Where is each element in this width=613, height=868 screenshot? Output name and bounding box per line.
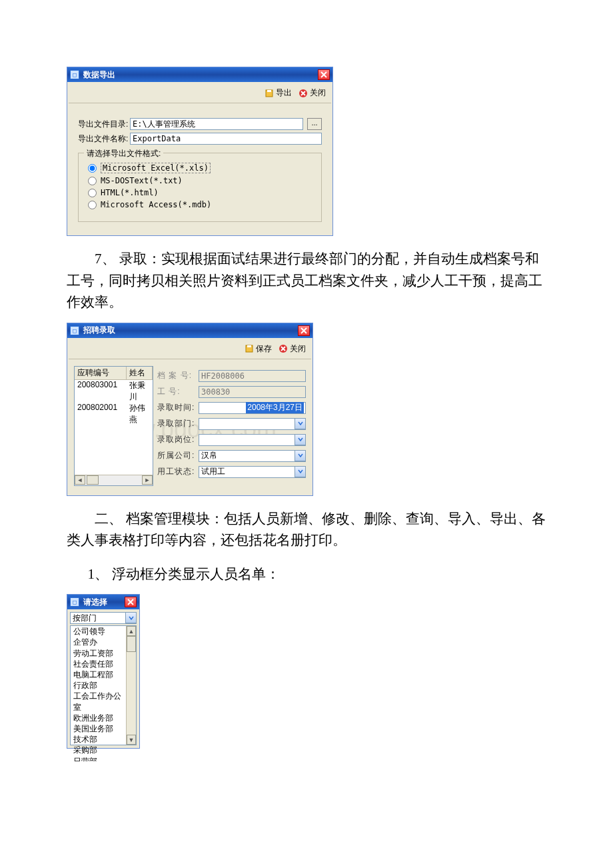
- company-label: 所属公司:: [157, 450, 199, 461]
- recruit-form: 档 案 号: 工 号: 录取时间: 2008年3月27日 录取部门:: [157, 366, 306, 486]
- list-item[interactable]: 企管办: [73, 637, 123, 647]
- browse-button[interactable]: ...: [307, 118, 322, 130]
- select-titlebar: □ 请选择: [67, 595, 139, 609]
- list-item[interactable]: 劳动工资部: [73, 648, 123, 659]
- chevron-down-icon[interactable]: [125, 613, 136, 623]
- scroll-right-icon[interactable]: ►: [142, 475, 153, 485]
- window-icon: □: [70, 597, 79, 607]
- recruit-title: 招聘录取: [83, 325, 298, 336]
- close-button-label: 关闭: [310, 87, 326, 99]
- emp-no-input: [199, 386, 306, 398]
- cell-id: 200802001: [75, 403, 127, 425]
- export-button[interactable]: 导出: [265, 87, 292, 99]
- recruit-titlebar: □ 招聘录取: [67, 323, 312, 338]
- chevron-down-icon[interactable]: [295, 467, 305, 477]
- stop-icon: [279, 344, 288, 353]
- hire-time-input[interactable]: 2008年3月27日: [199, 402, 306, 414]
- list-item[interactable]: 电脑工程部: [73, 669, 123, 680]
- file-no-input: [199, 370, 306, 382]
- svg-rect-4: [247, 345, 251, 347]
- format-xls[interactable]: Microsoft Excel(*.xls): [88, 163, 312, 173]
- select-dialog: □ 请选择 按部门 公司领导 企管办 劳动工资部 社会责任部 电脑工程部 行政部…: [67, 594, 140, 749]
- format-mdb-label: Microsoft Access(*.mdb): [101, 200, 211, 209]
- format-xls-label: Microsoft Excel(*.xls): [101, 163, 211, 173]
- scroll-track[interactable]: [127, 652, 136, 735]
- close-icon[interactable]: [125, 597, 137, 607]
- format-mdb[interactable]: Microsoft Access(*.mdb): [88, 200, 312, 209]
- scroll-left-icon[interactable]: ◄: [75, 475, 85, 485]
- format-xls-radio[interactable]: [88, 164, 97, 173]
- recruit-toolbar: 保存 关闭: [69, 339, 311, 359]
- filter-value: 按部门: [73, 613, 97, 624]
- list-row[interactable]: 200803001 张秉川: [75, 380, 153, 403]
- list-item[interactable]: 美国业务部: [73, 723, 123, 734]
- paragraph-7: 7、 录取：实现根据面试结果进行最终部门的分配，并自动生成档案号和工号，同时拷贝…: [67, 248, 546, 313]
- paragraph-section-2: 二、 档案管理模块：包括人员新增、修改、删除、查询、导入、导出、各类人事表格打印…: [67, 508, 546, 551]
- applicant-list[interactable]: 应聘编号 姓名 200803001 张秉川 200802001 孙伟燕 ◄ ►: [74, 366, 153, 486]
- list-item[interactable]: 技术部: [73, 734, 123, 745]
- select-title: 请选择: [83, 597, 125, 608]
- dir-label: 导出文件目录:: [78, 119, 130, 130]
- hire-dept-combo[interactable]: [199, 418, 306, 430]
- close-button[interactable]: 关闭: [299, 87, 326, 99]
- file-no-label: 档 案 号:: [157, 370, 199, 381]
- export-title: 数据导出: [83, 69, 318, 81]
- export-dialog: □ 数据导出 导出 关闭 导出文件目录: ... 导出文件名称:: [67, 67, 333, 236]
- dept-items: 公司领导 企管办 劳动工资部 社会责任部 电脑工程部 行政部 工会工作办公室 欧…: [71, 626, 126, 745]
- window-icon: □: [70, 70, 79, 79]
- format-mdb-radio[interactable]: [88, 201, 97, 209]
- list-item[interactable]: 行政部: [73, 680, 123, 691]
- paragraph-1: 1、 浮动框分类显示人员名单：: [67, 563, 546, 585]
- scroll-thumb[interactable]: [87, 475, 99, 485]
- company-value: 汉帛: [201, 450, 217, 461]
- select-body: 按部门 公司领导 企管办 劳动工资部 社会责任部 电脑工程部 行政部 工会工作办…: [67, 609, 139, 748]
- name-label: 导出文件名称:: [78, 133, 130, 145]
- scroll-up-icon[interactable]: ▲: [127, 626, 136, 636]
- list-item[interactable]: 公司领导: [73, 626, 123, 637]
- chevron-down-icon[interactable]: [295, 451, 305, 461]
- list-row[interactable]: 200802001 孙伟燕: [75, 403, 153, 425]
- format-txt[interactable]: MS-DOSText(*.txt): [88, 176, 312, 185]
- list-item[interactable]: 社会责任部: [73, 659, 123, 669]
- list-item[interactable]: 日营部: [73, 756, 123, 761]
- close-button-label: 关闭: [290, 343, 306, 355]
- emp-status-combo[interactable]: 试用工: [199, 466, 306, 478]
- hire-dept-label: 录取部门:: [157, 418, 199, 429]
- save-icon: [245, 344, 254, 353]
- company-combo[interactable]: 汉帛: [199, 450, 306, 462]
- cell-id: 200803001: [75, 380, 127, 403]
- list-item[interactable]: 采购部: [73, 745, 123, 755]
- scroll-down-icon[interactable]: ▼: [127, 735, 136, 745]
- hire-time-value: 2008年3月27日: [246, 402, 304, 413]
- scroll-thumb[interactable]: [127, 636, 136, 652]
- close-icon[interactable]: [298, 325, 310, 336]
- svg-rect-1: [267, 90, 271, 92]
- format-html[interactable]: HTML(*.html): [88, 188, 312, 197]
- stop-icon: [299, 89, 308, 98]
- h-scrollbar[interactable]: ◄ ►: [75, 475, 153, 485]
- emp-no-label: 工 号:: [157, 386, 199, 397]
- col-name: 姓名: [127, 367, 153, 379]
- hire-time-label: 录取时间:: [157, 402, 199, 413]
- save-button[interactable]: 保存: [245, 343, 272, 355]
- list-item[interactable]: 欧洲业务部: [73, 713, 123, 723]
- hire-post-combo[interactable]: [199, 434, 306, 446]
- dir-input[interactable]: [130, 118, 303, 130]
- format-txt-radio[interactable]: [88, 177, 97, 185]
- emp-status-value: 试用工: [201, 466, 225, 477]
- emp-status-label: 用工状态:: [157, 466, 199, 477]
- list-header: 应聘编号 姓名: [75, 367, 153, 380]
- close-icon[interactable]: [318, 69, 330, 80]
- name-input[interactable]: [130, 133, 322, 145]
- chevron-down-icon[interactable]: [295, 435, 305, 445]
- chevron-down-icon[interactable]: [295, 419, 305, 429]
- col-id: 应聘编号: [75, 367, 127, 379]
- format-html-radio[interactable]: [88, 189, 97, 197]
- dept-listbox[interactable]: 公司领导 企管办 劳动工资部 社会责任部 电脑工程部 行政部 工会工作办公室 欧…: [70, 625, 137, 745]
- save-button-label: 保存: [256, 343, 272, 355]
- close-button[interactable]: 关闭: [279, 343, 306, 355]
- filter-combo[interactable]: 按部门: [70, 612, 137, 624]
- cell-name: 孙伟燕: [127, 403, 153, 425]
- list-item[interactable]: 工会工作办公室: [73, 691, 123, 712]
- v-scrollbar[interactable]: ▲ ▼: [126, 626, 136, 745]
